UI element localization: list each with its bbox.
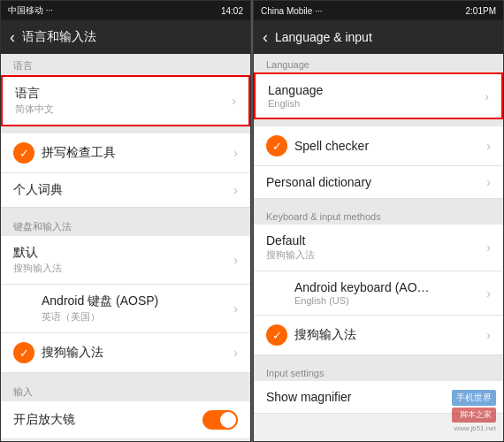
- right-language-content: Language English: [268, 83, 477, 109]
- right-language-subtitle: English: [268, 98, 477, 109]
- right-chevron-sogou: ›: [486, 328, 491, 342]
- chevron-right-icon-default: ›: [233, 253, 238, 267]
- left-sogou-item[interactable]: ✓ 搜狗输入法 ›: [1, 333, 250, 373]
- left-divider-2: [1, 208, 250, 215]
- watermark: 手机世界 脚本之家 www.jb51.net: [452, 390, 496, 432]
- right-dict-content: Personal dictionary: [266, 175, 479, 189]
- right-carrier: China Mobile ···: [261, 6, 322, 16]
- left-panel: 中国移动 ··· 14:02 ‹ 语言和输入法 语言 语言 简体中文 › ✓ 拼…: [0, 0, 251, 442]
- right-status-bar: China Mobile ··· 2:01PM: [254, 1, 503, 20]
- right-chevron-language: ›: [485, 89, 489, 103]
- watermark-line1: 手机世界: [452, 390, 496, 406]
- chevron-right-icon-dict: ›: [233, 183, 238, 197]
- left-sogou-title: 搜狗输入法: [42, 345, 226, 361]
- left-spell-checker-item[interactable]: ✓ 拼写检查工具 ›: [1, 133, 250, 173]
- left-magnifier-content: 开启放大镜: [13, 412, 202, 428]
- left-keyboard-section-header: 键盘和输入法: [1, 215, 250, 236]
- left-dict-title: 个人词典: [13, 182, 226, 198]
- left-section-language-header: 语言: [1, 54, 250, 75]
- left-carrier: 中国移动 ···: [8, 4, 53, 17]
- left-android-subtitle: 英语（美国）: [42, 310, 226, 324]
- right-back-button[interactable]: ‹: [263, 28, 268, 47]
- left-spell-title: 拼写检查工具: [42, 145, 226, 161]
- left-content: 语言 语言 简体中文 › ✓ 拼写检查工具 › 个人词典 ›: [1, 54, 250, 441]
- keyboard-section-label: 键盘和输入法: [13, 221, 72, 232]
- left-default-subtitle: 搜狗输入法: [13, 262, 226, 275]
- left-page-title: 语言和输入法: [22, 29, 96, 45]
- left-spell-content: 拼写检查工具: [42, 145, 226, 161]
- right-android-keyboard-item[interactable]: Android keyboard (AO… English (US) ›: [254, 271, 503, 316]
- right-time-text: 2:01PM: [466, 6, 496, 16]
- right-keyboard-section-header: Keyboard & input methods: [254, 206, 503, 225]
- right-android-content: Android keyboard (AO… English (US): [294, 280, 479, 306]
- right-default-subtitle: 搜狗输入法: [266, 248, 479, 262]
- left-title-bar: ‹ 语言和输入法: [1, 20, 250, 54]
- right-language-section-label: Language: [266, 59, 309, 70]
- left-language-subtitle: 简体中文: [15, 103, 225, 116]
- left-divider-3: [1, 373, 250, 380]
- right-spell-content: Spell checker: [294, 139, 479, 153]
- right-personal-dict-item[interactable]: Personal dictionary ›: [254, 166, 503, 199]
- right-language-item[interactable]: Language English ›: [254, 72, 503, 119]
- left-status-bar: 中国移动 ··· 14:02: [1, 1, 250, 20]
- right-spell-title: Spell checker: [294, 139, 479, 153]
- left-back-button[interactable]: ‹: [10, 28, 15, 47]
- left-dict-content: 个人词典: [13, 182, 226, 198]
- left-time: 14:02: [221, 6, 243, 16]
- right-sogou-item[interactable]: ✓ 搜狗输入法 ›: [254, 316, 503, 355]
- right-section-language-header: Language: [254, 54, 503, 72]
- right-page-title: Language & input: [275, 30, 372, 44]
- right-time: 2:01PM: [466, 6, 496, 16]
- right-chevron-android: ›: [486, 286, 491, 301]
- right-input-section-label: Input settings: [266, 368, 324, 378]
- toggle-knob: [220, 412, 236, 428]
- chevron-right-icon-sogou: ›: [233, 346, 238, 360]
- carrier-text: 中国移动 ···: [8, 4, 53, 17]
- right-language-title: Language: [268, 83, 477, 97]
- chevron-right-icon-spell: ›: [233, 146, 238, 160]
- right-default-content: Default 搜狗输入法: [266, 233, 479, 262]
- input-section-label: 输入: [13, 386, 33, 397]
- right-divider-3: [254, 355, 503, 362]
- right-spell-checker-item[interactable]: ✓ Spell checker ›: [254, 126, 503, 166]
- right-title-bar: ‹ Language & input: [254, 20, 503, 54]
- left-divider-1: [1, 126, 250, 133]
- left-default-content: 默认 搜狗输入法: [13, 245, 226, 275]
- left-magnifier-title: 开启放大镜: [13, 412, 202, 428]
- right-input-section-header: Input settings: [254, 362, 503, 381]
- left-language-title: 语言: [15, 86, 225, 102]
- right-content: Language Language English › ✓ Spell chec…: [254, 54, 503, 441]
- right-chevron-default: ›: [486, 240, 491, 255]
- right-divider-1: [254, 119, 503, 126]
- left-sogou-content: 搜狗输入法: [42, 345, 226, 361]
- language-section-label: 语言: [13, 60, 33, 71]
- right-chevron-dict: ›: [486, 175, 491, 189]
- left-default-title: 默认: [13, 245, 226, 261]
- right-check-icon-spell: ✓: [266, 135, 287, 156]
- left-input-section-header: 输入: [1, 380, 250, 401]
- left-default-item[interactable]: 默认 搜狗输入法 ›: [1, 236, 250, 285]
- left-android-content: Android 键盘 (AOSP) 英语（美国）: [42, 293, 226, 324]
- left-language-content: 语言 简体中文: [15, 86, 225, 116]
- time-text: 14:02: [221, 6, 243, 16]
- left-personal-dict-item[interactable]: 个人词典 ›: [1, 173, 250, 208]
- check-icon-spell: ✓: [13, 142, 34, 164]
- right-sogou-title: 搜狗输入法: [294, 327, 479, 343]
- right-carrier-text: China Mobile ···: [261, 6, 322, 16]
- left-language-item[interactable]: 语言 简体中文 ›: [1, 75, 250, 126]
- right-default-item[interactable]: Default 搜狗输入法 ›: [254, 225, 503, 271]
- right-dict-title: Personal dictionary: [266, 175, 479, 189]
- left-android-title: Android 键盘 (AOSP): [42, 293, 226, 309]
- left-magnifier-item[interactable]: 开启放大镜: [1, 401, 250, 439]
- watermark-line3: www.jb51.net: [452, 424, 496, 432]
- right-keyboard-section-label: Keyboard & input methods: [266, 211, 381, 222]
- right-check-icon-sogou: ✓: [266, 324, 287, 346]
- right-chevron-spell: ›: [486, 139, 491, 153]
- left-android-keyboard-item[interactable]: Android 键盘 (AOSP) 英语（美国） ›: [1, 285, 250, 333]
- magnifier-toggle[interactable]: [202, 410, 238, 430]
- chevron-right-icon: ›: [232, 94, 236, 108]
- right-divider-2: [254, 199, 503, 206]
- right-sogou-content: 搜狗输入法: [294, 327, 479, 343]
- right-android-title: Android keyboard (AO…: [294, 280, 479, 294]
- watermark-line2: 脚本之家: [452, 408, 496, 423]
